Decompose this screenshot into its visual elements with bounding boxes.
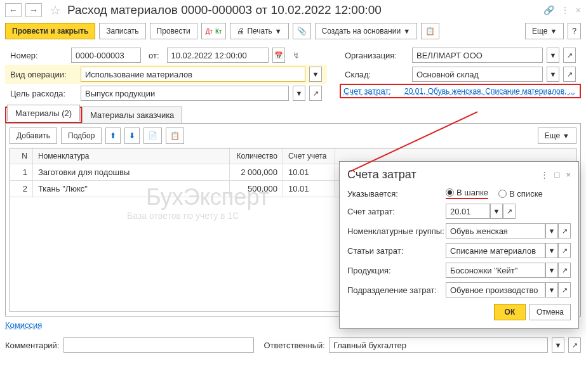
col-name: Номенклатура [33, 148, 230, 164]
period-link-icon[interactable]: ↯ [293, 51, 300, 60]
cost-acc-label[interactable]: Счет затрат: [343, 86, 401, 96]
link-icon[interactable]: 🔗 [543, 5, 554, 15]
ok-button[interactable]: ОК [494, 304, 526, 320]
nav-back-button[interactable]: ← [5, 3, 22, 17]
paste-button[interactable]: 📋 [166, 127, 184, 144]
warehouse-label: Склад: [345, 70, 408, 79]
purpose-input[interactable]: Выпуск продукции [81, 86, 289, 101]
post-and-close-button[interactable]: Провести и закрыть [5, 23, 95, 39]
op-type-input[interactable]: Использование материалов [81, 67, 305, 82]
number-input[interactable]: 0000-000003 [71, 48, 141, 63]
help-button[interactable]: ? [568, 23, 581, 39]
post-button[interactable]: Провести [150, 23, 197, 39]
radio-in-header[interactable]: В шапке [446, 188, 488, 199]
purpose-label: Цель расхода: [10, 89, 77, 98]
move-up-button[interactable]: ⬆ [105, 127, 121, 144]
popup-nomgroup-input[interactable]: Обувь женская [446, 223, 545, 238]
popup-division-dropdown[interactable]: ▼ [545, 282, 558, 297]
responsible-dropdown[interactable]: ▼ [552, 337, 564, 353]
radio-unchecked-icon [498, 190, 507, 198]
popup-title: Счета затрат [347, 168, 540, 181]
favorite-star-icon[interactable]: ☆ [50, 3, 61, 18]
number-label: Номер: [10, 51, 67, 60]
warehouse-open[interactable]: ↗ [563, 67, 576, 82]
col-acc: Счет учета [283, 148, 335, 164]
copy-button[interactable]: 📄 [143, 127, 162, 144]
popup-article-dropdown[interactable]: ▼ [545, 243, 558, 258]
cost-acc-value[interactable]: 20.01, Обувь женская, Списание материало… [404, 87, 577, 96]
org-label: Организация: [345, 51, 408, 60]
op-type-label: Вид операции: [10, 70, 77, 79]
cost-accounts-popup: Счета затрат ⋮ □ × Указывается: В шапке … [339, 161, 579, 329]
popup-division-open[interactable]: ↗ [558, 282, 571, 297]
org-dropdown[interactable]: ▼ [547, 48, 559, 63]
popup-product-label: Продукция: [347, 266, 446, 275]
popup-nomgroup-dropdown[interactable]: ▼ [545, 223, 558, 238]
add-row-button[interactable]: Добавить [10, 127, 57, 144]
warehouse-input[interactable]: Основной склад [412, 67, 543, 82]
purpose-dropdown[interactable]: ▼ [293, 86, 305, 101]
op-type-dropdown[interactable]: ▼ [309, 67, 322, 82]
radio-in-list[interactable]: В списке [498, 189, 543, 199]
date-input[interactable]: 10.02.2022 12:00:00 [167, 48, 269, 63]
responsible-input[interactable]: Главный бухгалтер [329, 337, 548, 353]
window-title: Расход материалов 0000-000003 от 10.02.2… [67, 3, 540, 17]
print-button[interactable]: 🖨 Печать ▼ [230, 23, 288, 39]
responsible-open[interactable]: ↗ [568, 337, 581, 353]
reports-button[interactable]: 📋 [421, 23, 439, 39]
popup-article-open[interactable]: ↗ [558, 243, 571, 258]
popup-close-icon[interactable]: × [566, 170, 571, 180]
comment-label: Комментарий: [5, 341, 60, 350]
tab-customer-materials[interactable]: Материалы заказчика [82, 107, 182, 123]
comment-input[interactable] [63, 337, 254, 353]
move-down-button[interactable]: ⬇ [124, 127, 140, 144]
menu-icon[interactable]: ⋮ [561, 5, 569, 15]
radio-checked-icon [446, 188, 454, 197]
popup-product-open[interactable]: ↗ [558, 263, 571, 278]
popup-nomgroup-label: Номенклатурные группы: [347, 226, 446, 236]
popup-acc-label: Счет затрат: [347, 207, 446, 216]
specified-label: Указывается: [347, 189, 446, 199]
grid-more-button[interactable]: Еще ▼ [538, 127, 576, 144]
popup-article-label: Статьи затрат: [347, 246, 446, 256]
create-based-button[interactable]: Создать на основании ▼ [315, 23, 417, 39]
responsible-label: Ответственный: [264, 341, 325, 350]
from-label: от: [149, 51, 159, 60]
popup-article-input[interactable]: Списание материалов [446, 243, 545, 258]
commission-link[interactable]: Комиссия [5, 320, 42, 330]
calendar-button[interactable]: 📅 [272, 48, 285, 63]
popup-acc-open[interactable]: ↗ [503, 204, 516, 219]
purpose-open[interactable]: ↗ [309, 86, 322, 101]
popup-product-dropdown[interactable]: ▼ [545, 263, 558, 278]
cancel-button[interactable]: Отмена [529, 304, 571, 320]
dtkt-button[interactable]: ДтКт [201, 23, 227, 39]
nav-forward-button[interactable]: → [25, 3, 42, 17]
popup-nomgroup-open[interactable]: ↗ [558, 223, 571, 238]
popup-division-input[interactable]: Обувное производство [446, 282, 545, 297]
popup-division-label: Подразделение затрат: [347, 285, 446, 295]
org-open[interactable]: ↗ [563, 48, 576, 63]
more-button[interactable]: Еще ▼ [525, 23, 564, 39]
org-input[interactable]: ВЕЛЛМАРТ ООО [412, 48, 543, 63]
col-n: N [10, 148, 33, 164]
popup-maximize-icon[interactable]: □ [555, 170, 560, 180]
close-icon[interactable]: × [576, 5, 581, 15]
popup-acc-dropdown[interactable]: ▼ [490, 204, 503, 219]
tab-materials[interactable]: Материалы (2) [7, 105, 80, 121]
save-button[interactable]: Записать [99, 23, 145, 39]
pick-button[interactable]: Подбор [61, 127, 102, 144]
warehouse-dropdown[interactable]: ▼ [547, 67, 559, 82]
popup-acc-input[interactable]: 20.01 [446, 204, 490, 219]
attachments-button[interactable]: 📎 [293, 23, 311, 39]
popup-menu-icon[interactable]: ⋮ [540, 170, 549, 180]
col-qty: Количество [230, 148, 283, 164]
popup-product-input[interactable]: Босоножки "Кейт" [446, 263, 545, 278]
